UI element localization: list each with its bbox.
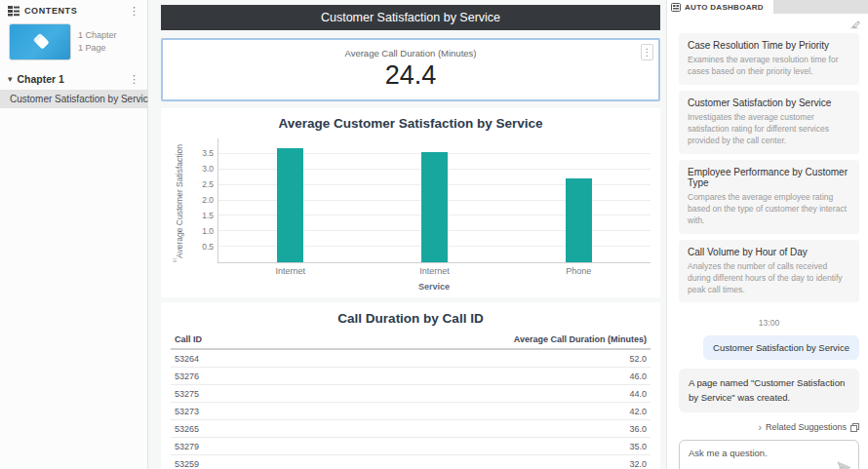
table-title: Call Duration by Call ID [171, 311, 651, 326]
cell-duration: 42.0 [266, 403, 651, 420]
table-row[interactable]: 5327342.0 [171, 403, 651, 420]
send-icon[interactable] [837, 461, 851, 469]
cell-duration: 46.0 [266, 368, 651, 385]
report-counts: 1 Chapter 1 Page [78, 29, 117, 56]
bar-group: Internet [421, 138, 448, 262]
y-tick-label: 2.0 [202, 195, 214, 205]
y-tick-label: 1.0 [202, 226, 214, 236]
tab-auto-dashboard[interactable]: AUTO DASHBOARD [667, 0, 773, 14]
clear-chat-icon[interactable] [848, 18, 860, 29]
chart-card: Average Customer Satisfaction by Service… [161, 108, 660, 297]
cell-duration: 32.0 [266, 455, 651, 469]
cell-duration: 52.0 [266, 349, 651, 368]
cell-duration: 35.0 [266, 438, 651, 455]
chapter-label: Chapter 1 [18, 73, 127, 85]
cell-call-id: 53265 [171, 420, 266, 438]
call-duration-table: Call ID Average Call Duration (Minutes) … [171, 332, 651, 469]
bar-internet-0[interactable] [277, 148, 303, 262]
column-header-call-id: Call ID [171, 332, 266, 349]
tab-label: AUTO DASHBOARD [685, 3, 764, 12]
suggestion-title: Case Resolution Time by Priority [688, 40, 850, 51]
y-tick-label: 2.5 [202, 179, 214, 189]
bar-chart: Average Customer Satisfaction 0.51.01.52… [171, 138, 651, 281]
y-axis: Average Customer Satisfaction 0.51.01.52… [171, 138, 217, 281]
cell-duration: 44.0 [266, 385, 651, 403]
suggestion-desc: Investigates the average customer satisf… [688, 111, 850, 147]
app-window: CONTENTS ⋮ 1 Chapter 1 Page ▾ Chapter 1 … [0, 0, 868, 469]
sidebar-item-page[interactable]: Customer Satisfaction by Service [0, 90, 147, 108]
bar-phone-2[interactable] [566, 178, 592, 262]
user-message-bubble: Customer Satisfaction by Service [703, 335, 859, 360]
cell-call-id: 53264 [171, 349, 266, 368]
x-tick-label: Internet [276, 266, 306, 276]
y-tick-label: 0.5 [202, 242, 214, 252]
kpi-label: Average Call Duration (Minutes) [163, 48, 658, 59]
dashboard-icon [671, 3, 681, 12]
table-row[interactable]: 5325932.0 [171, 455, 651, 469]
table-row[interactable]: 5327544.0 [171, 385, 651, 403]
table-row[interactable]: 5327646.0 [171, 368, 651, 385]
x-axis-title: Service [171, 282, 651, 292]
axis-menu-icon: ≡ [173, 256, 178, 265]
y-tick-label: 1.5 [202, 211, 214, 220]
table-row[interactable]: 5326536.0 [171, 420, 651, 438]
panel-tab-bar: AUTO DASHBOARD [667, 0, 868, 14]
bar-internet-1[interactable] [421, 152, 448, 262]
suggestion-card[interactable]: Employee Performance by Customer TypeCom… [679, 160, 859, 234]
page-count: 1 Page [78, 42, 117, 56]
kpi-value: 24.4 [163, 60, 658, 91]
deck-icon [29, 33, 51, 51]
overlap-squares-icon [850, 423, 859, 432]
page-title: Customer Satisfaction by Service [161, 5, 660, 30]
chapter-row[interactable]: ▾ Chapter 1 ⋮ [0, 67, 147, 90]
table-row[interactable]: 5326452.0 [171, 349, 651, 368]
dashboard-main: Customer Satisfaction by Service ⋮ Avera… [148, 0, 666, 469]
suggestion-desc: Compares the average employee rating bas… [688, 191, 850, 227]
x-tick-label: Internet [419, 266, 450, 276]
report-thumbnail[interactable] [10, 24, 70, 59]
kpi-menu-icon[interactable]: ⋮ [641, 44, 653, 60]
y-axis-ticks: 0.51.01.52.02.53.03.5 [196, 138, 214, 263]
cell-call-id: 53275 [171, 385, 266, 403]
contents-header: CONTENTS ⋮ [0, 0, 147, 20]
related-suggestions-link[interactable]: › Related Suggestions [679, 418, 859, 440]
chart-title: Average Customer Satisfaction by Service [171, 116, 651, 131]
chapter-menu-icon[interactable]: ⋮ [127, 74, 141, 84]
suggestion-title: Call Volume by Hour of Day [688, 247, 850, 257]
suggestions-list: Case Resolution Time by PriorityExamines… [679, 33, 859, 308]
question-input[interactable] [680, 441, 858, 469]
table-of-contents-icon [8, 5, 20, 17]
table-header-row: Call ID Average Call Duration (Minutes) [171, 332, 651, 349]
bar-group: Internet [277, 138, 303, 262]
suggestion-desc: Analyzes the number of calls received du… [688, 260, 850, 296]
suggestion-desc: Examines the average resolution time for… [688, 54, 850, 78]
bot-message-bubble: A page named "Customer Satisfaction by S… [679, 369, 859, 412]
bar-group: Phone [566, 138, 592, 262]
y-tick-label: 3.0 [202, 164, 214, 174]
suggestion-card[interactable]: Call Volume by Hour of DayAnalyzes the n… [679, 240, 859, 303]
contents-sidebar: CONTENTS ⋮ 1 Chapter 1 Page ▾ Chapter 1 … [0, 0, 148, 469]
x-tick-label: Phone [566, 266, 591, 276]
cell-call-id: 53259 [171, 455, 266, 469]
assistant-body: Case Resolution Time by PriorityExamines… [667, 31, 868, 469]
cell-call-id: 53273 [171, 403, 266, 420]
y-tick-label: 3.5 [202, 148, 214, 158]
suggestion-card[interactable]: Case Resolution Time by PriorityExamines… [679, 33, 859, 85]
suggestion-title: Employee Performance by Customer Type [688, 167, 850, 188]
report-thumbnail-row: 1 Chapter 1 Page [0, 20, 147, 67]
suggestion-card[interactable]: Customer Satisfaction by ServiceInvestig… [679, 91, 859, 154]
chart-bars: InternetInternetPhone [218, 138, 651, 262]
cell-call-id: 53276 [171, 368, 266, 385]
cell-call-id: 53279 [171, 438, 266, 455]
table-row[interactable]: 5327935.0 [171, 438, 651, 455]
y-axis-label: Average Customer Satisfaction [175, 138, 184, 263]
chapter-count: 1 Chapter [78, 29, 117, 43]
chevron-down-icon[interactable]: ▾ [8, 74, 13, 84]
table-card: Call Duration by Call ID Call ID Average… [161, 302, 660, 469]
plot-wrap: InternetInternetPhone [217, 138, 651, 281]
question-input-box [679, 440, 859, 469]
cell-duration: 36.0 [266, 420, 651, 438]
kpi-card[interactable]: ⋮ Average Call Duration (Minutes) 24.4 [161, 38, 660, 101]
panel-tools [667, 14, 868, 31]
contents-menu-icon[interactable]: ⋮ [127, 6, 141, 16]
